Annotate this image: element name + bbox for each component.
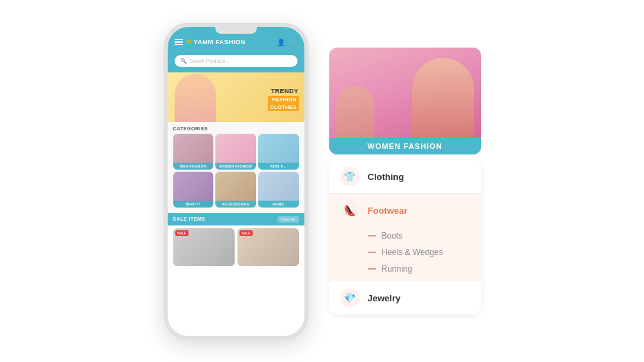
cat-label-kids: KIDS F... — [258, 163, 299, 170]
user-icon[interactable]: 👤 — [277, 39, 285, 46]
sub-dash-boots — [368, 235, 376, 237]
sub-dash-heels — [368, 252, 376, 253]
footwear-icon: 👠 — [340, 201, 360, 220]
clothing-icon: 👕 — [340, 167, 360, 186]
sale-title: SALE ITEMS — [173, 217, 206, 221]
search-input-wrapper[interactable]: 🔍 Search Products... — [175, 55, 297, 67]
brand-x-icon: ✕ — [186, 38, 192, 47]
cat-item-accessories[interactable]: ACCESSORIES — [215, 172, 256, 208]
cat-label-home: HOME — [258, 201, 299, 208]
phone-notch — [215, 27, 257, 34]
phone-search-bar: 🔍 Search Products... — [168, 52, 304, 72]
banner: TRENDY FASHION CLOTHES — [168, 72, 304, 122]
phone-screen: ✕ YAMM FASHION 👤 🛒 🔍 Search Products... — [168, 27, 304, 336]
search-placeholder: Search Products... — [190, 59, 230, 63]
women-fashion-card[interactable]: WOMEN FASHION — [329, 48, 481, 154]
phone-header-icons: 👤 🛒 — [277, 39, 297, 46]
sale-product-1[interactable]: SALE — [173, 228, 235, 266]
cat-label-men: MEN FASHION — [173, 163, 214, 170]
jewelry-label: Jewelry — [368, 293, 401, 303]
cat-item-men[interactable]: MEN FASHION — [173, 134, 214, 170]
right-panel: WOMEN FASHION 👕 Clothing 👠 Footwear — [329, 48, 481, 314]
brand-name: YAMM FASHION — [194, 39, 246, 46]
hamburger-icon[interactable] — [175, 39, 183, 46]
sub-dash-running — [368, 268, 376, 270]
cat-item-home[interactable]: HOME — [258, 172, 299, 208]
subitem-running[interactable]: Running — [368, 261, 470, 277]
cat-label-women: WOMEN FASHION — [215, 163, 256, 170]
footwear-label: Footwear — [368, 205, 408, 216]
sub-label-heels: Heels & Wedges — [382, 248, 443, 257]
banner-text: TRENDY FASHION CLOTHES — [268, 83, 298, 111]
page-wrapper: ✕ YAMM FASHION 👤 🛒 🔍 Search Products... — [0, 0, 644, 362]
cat-label-beauty: BEAUTY — [173, 201, 214, 208]
sub-label-boots: Boots — [382, 231, 403, 241]
categories-title: CATEGORIES — [173, 126, 299, 131]
cat-item-kids[interactable]: KIDS F... — [258, 134, 299, 170]
brand-logo: ✕ YAMM FASHION — [186, 38, 246, 47]
clothing-label: Clothing — [368, 172, 404, 182]
banner-figure — [175, 74, 216, 122]
sale-view-all-button[interactable]: View All — [277, 216, 299, 223]
cat-list-item-footwear[interactable]: 👠 Footwear — [329, 194, 481, 228]
cat-label-accessories: ACCESSORIES — [215, 201, 256, 208]
phone-container: ✕ YAMM FASHION 👤 🛒 🔍 Search Products... — [164, 23, 309, 340]
banner-line3: CLOTHES — [268, 103, 298, 111]
category-list: 👕 Clothing 👠 Footwear Boots Heel — [329, 160, 481, 314]
sale-products-row: SALE SALE — [168, 225, 304, 336]
cat-item-beauty[interactable]: BEAUTY — [173, 172, 214, 208]
phone-header-left: ✕ YAMM FASHION — [175, 38, 246, 47]
banner-line1: TRENDY — [271, 88, 298, 94]
phone-categories-section: CATEGORIES MEN FASHION WOMEN FASHION KID… — [168, 122, 304, 210]
jewelry-icon: 💎 — [340, 288, 360, 308]
subitem-heels[interactable]: Heels & Wedges — [368, 244, 470, 261]
cart-icon[interactable]: 🛒 — [289, 39, 297, 46]
women-fashion-label: WOMEN FASHION — [329, 138, 481, 154]
cat-list-item-clothing[interactable]: 👕 Clothing — [329, 160, 481, 194]
sale-bar: SALE ITEMS View All — [168, 213, 304, 225]
banner-line2: FASHION — [268, 96, 298, 103]
search-icon: 🔍 — [180, 58, 187, 64]
subitem-boots[interactable]: Boots — [368, 228, 470, 244]
sub-label-running: Running — [382, 264, 413, 274]
footwear-sublist: Boots Heels & Wedges Running — [329, 228, 481, 281]
sale-product-2[interactable]: SALE — [237, 228, 299, 266]
sale-badge-2: SALE — [240, 230, 253, 236]
categories-grid: MEN FASHION WOMEN FASHION KIDS F... BEAU… — [173, 134, 299, 208]
cat-item-women[interactable]: WOMEN FASHION — [215, 134, 256, 170]
cat-list-item-jewelry[interactable]: 💎 Jewelry — [329, 281, 481, 314]
sale-badge-1: SALE — [175, 230, 188, 236]
